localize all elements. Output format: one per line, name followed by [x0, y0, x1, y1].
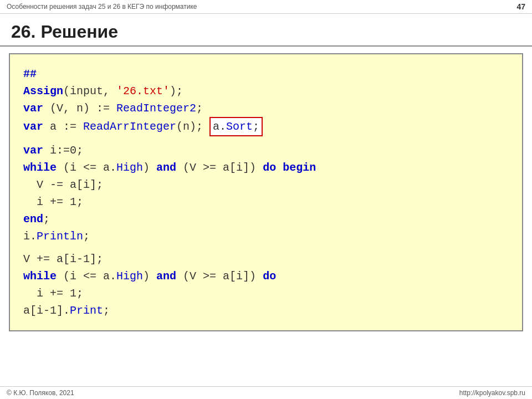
code-line-10: i.Println; — [23, 228, 509, 245]
code-line-14: a[i-1].Print; — [23, 302, 509, 319]
code-line-11: V += a[i-1]; — [23, 250, 509, 268]
kw-var2: var — [23, 120, 43, 133]
code-line-3: var (V, n) := ReadInteger2; — [23, 100, 509, 117]
method-readinteger2: ReadInteger2 — [116, 102, 196, 115]
kw-hash: ## — [23, 68, 37, 80]
header-page: 47 — [516, 2, 525, 11]
code-line-9: end; — [23, 211, 509, 228]
method-println: Println — [37, 230, 83, 243]
method-print: Print — [70, 304, 103, 317]
method-high2: High — [116, 270, 143, 283]
code-line-13: i += 1; — [23, 285, 509, 302]
kw-assign: Assign — [23, 85, 63, 98]
code-line-2: Assign(input, '26.txt'); — [23, 83, 509, 100]
highlight-asort: a.Sort; — [209, 117, 263, 136]
kw-and2: and — [156, 270, 176, 283]
kw-and1: and — [156, 161, 176, 174]
header-bar: Особенности решения задач 25 и 26 в КЕГЭ… — [0, 0, 532, 14]
footer-bar: © К.Ю. Поляков, 2021 http://kpolyakov.sp… — [0, 386, 532, 399]
code-line-12: while (i <= a.High) and (V >= a[i]) do — [23, 268, 509, 285]
kw-while1: while — [23, 161, 57, 174]
method-readarrinteger: ReadArrInteger — [83, 120, 176, 133]
code-line-4: var a := ReadArrInteger(n); a.Sort; — [23, 117, 509, 136]
footer-right: http://kpolyakov.spb.ru — [459, 389, 525, 397]
slide-title: 26. Решение — [0, 14, 532, 47]
kw-var1: var — [23, 102, 43, 115]
blank-line-1 — [23, 136, 509, 142]
blank-line-2 — [23, 245, 509, 250]
kw-end1: end — [23, 213, 43, 226]
code-line-6: while (i <= a.High) and (V >= a[i]) do b… — [23, 159, 509, 176]
kw-do1: do — [263, 161, 276, 174]
kw-do2: do — [263, 270, 276, 283]
method-sort: Sort — [226, 120, 253, 133]
code-line-5: var i:=0; — [23, 142, 509, 159]
footer-left: © К.Ю. Поляков, 2021 — [7, 389, 74, 397]
code-line-8: i += 1; — [23, 193, 509, 211]
header-title: Особенности решения задач 25 и 26 в КЕГЭ… — [7, 3, 197, 11]
code-box: ## Assign(input, '26.txt'); var (V, n) :… — [9, 53, 523, 331]
code-line-1: ## — [23, 65, 509, 83]
kw-while2: while — [23, 270, 57, 283]
method-high1: High — [116, 161, 143, 174]
kw-var3: var — [23, 144, 43, 157]
code-line-7: V -= a[i]; — [23, 176, 509, 193]
kw-begin1: begin — [283, 161, 316, 174]
